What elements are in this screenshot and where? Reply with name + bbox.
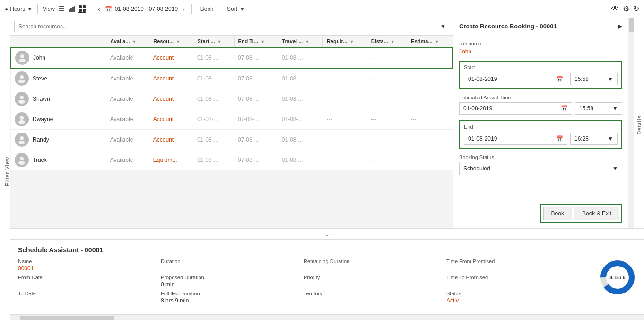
arrival-calendar-icon[interactable]: 📅	[561, 105, 568, 112]
panel-collapse-button[interactable]: ⌄	[10, 229, 644, 239]
distance-cell: ---	[367, 89, 407, 109]
upper-panel: ▼ Availa... ▼ Resou... ▼ Start ... ▼ End…	[10, 18, 644, 229]
refresh-icon[interactable]: ↻	[633, 4, 639, 13]
end-cell: 07-08-...	[234, 109, 278, 130]
proposed-duration-field: Proposed Duration 0 min	[161, 275, 304, 288]
svg-rect-2	[59, 10, 64, 11]
required-cell: ---	[322, 130, 367, 150]
status-value[interactable]: Activ	[446, 297, 589, 304]
end-cell: 07-08-...	[234, 89, 278, 109]
required-cell: ---	[322, 89, 367, 109]
resource-field-group: Resource John	[459, 41, 622, 55]
col-name[interactable]	[11, 36, 106, 47]
arrival-time-select[interactable]: 15:58 ▼	[575, 102, 622, 115]
start-field-group: Start 01-08-2019 📅 15:58 ▼	[459, 61, 622, 89]
start-calendar-icon[interactable]: 📅	[556, 76, 563, 82]
table-row[interactable]: Truck Available Equipm... 01-08-... 07-0…	[11, 150, 453, 170]
svg-point-20	[18, 141, 25, 144]
travel-cell: 01-08-...	[278, 89, 323, 109]
table-row[interactable]: Randy Available Account 01-08-... 07-08-…	[11, 130, 453, 150]
table-row[interactable]: Shawn Available Account 01-08-... 07-08-…	[11, 89, 453, 109]
end-date-input[interactable]: 01-08-2019 📅	[464, 133, 567, 145]
availability-cell: Available	[106, 150, 149, 170]
from-date-label: From Date	[18, 275, 161, 280]
start-field-label: Start	[464, 64, 618, 70]
gear-icon[interactable]: ⚙	[623, 4, 629, 13]
travel-cell: 01-08-...	[278, 47, 323, 68]
name-value[interactable]: 00001	[18, 265, 161, 272]
svg-point-15	[20, 96, 24, 99]
distance-cell: ---	[367, 130, 407, 150]
booking-status-label: Booking Status	[459, 154, 622, 160]
col-end[interactable]: End Ti... ▼	[234, 36, 278, 47]
start-time-select[interactable]: 15:58 ▼	[570, 73, 618, 85]
status-chevron-icon: ▼	[612, 165, 618, 172]
horizontal-scrollbar[interactable]	[10, 314, 644, 320]
estimated-cell: ---	[407, 47, 453, 68]
resource-value-link[interactable]: John	[459, 48, 471, 55]
start-date-input[interactable]: 01-08-2019 📅	[464, 73, 567, 85]
search-dropdown-button[interactable]: ▼	[437, 21, 449, 32]
col-travel[interactable]: Travel ... ▼	[278, 36, 323, 47]
view-chart-icon[interactable]	[68, 5, 76, 13]
time-from-promised-field: Time From Promised	[446, 258, 589, 272]
panel-scrollbar[interactable]	[628, 18, 634, 228]
col-required[interactable]: Requir... ▼	[322, 36, 367, 47]
start-date-time-row: 01-08-2019 📅 15:58 ▼	[464, 73, 618, 85]
table-row[interactable]: Steve Available Account 01-08-... 07-08-…	[11, 68, 453, 89]
table-row[interactable]: Dwayne Available Account 01-08-... 07-08…	[11, 109, 453, 130]
estimated-cell: ---	[407, 130, 453, 150]
book-button[interactable]: Book	[197, 4, 217, 14]
resource-name: John	[33, 54, 45, 61]
resource-name: Shawn	[33, 96, 50, 102]
avatar	[15, 133, 29, 147]
toolbar: ● Hours ▼ View ‹ 📅 01-08-2019 - 07-08-20…	[0, 0, 644, 18]
book-resource-button[interactable]: Book	[543, 207, 572, 220]
book-exit-button[interactable]: Book & Exit	[574, 207, 619, 220]
end-cell: 07-08-...	[234, 68, 278, 89]
arrival-date-input[interactable]: 01-08-2019 📅	[459, 102, 572, 115]
svg-point-22	[18, 161, 25, 165]
separator-3	[191, 4, 192, 14]
booking-panel-header: Create Resource Booking - 00001 ▶	[453, 18, 628, 35]
col-estimated[interactable]: Estima... ▼	[407, 36, 453, 47]
col-distance[interactable]: Dista... ▼	[367, 36, 407, 47]
availability-cell: Available	[106, 109, 149, 130]
svg-point-21	[20, 157, 24, 160]
avatar	[15, 112, 29, 126]
separator-2	[91, 4, 91, 14]
resource-type-cell: Account	[149, 68, 193, 89]
travel-cell: 01-08-...	[278, 109, 323, 130]
toolbar-right: 👁 ⚙ ↻	[611, 4, 639, 13]
next-date-button[interactable]: ›	[181, 4, 187, 14]
col-availability[interactable]: Availa... ▼	[106, 36, 149, 47]
search-input[interactable]	[14, 21, 437, 32]
priority-field: Priority	[304, 275, 446, 288]
content-area: ▼ Availa... ▼ Resou... ▼ Start ... ▼ End…	[10, 18, 644, 320]
prev-date-button[interactable]: ‹	[96, 4, 102, 14]
filter-view-sidebar[interactable]: Filter View	[0, 18, 10, 320]
resource-table: Availa... ▼ Resou... ▼ Start ... ▼ End T…	[10, 36, 453, 228]
booking-status-select[interactable]: Scheduled ▼	[459, 162, 622, 175]
end-date-time-row: 01-08-2019 📅 16:28 ▼	[464, 133, 618, 145]
booking-panel: Create Resource Booking - 00001 ▶ Resour…	[453, 18, 628, 228]
sort-selector[interactable]: Sort ▼	[227, 6, 245, 12]
col-resource[interactable]: Resou... ▼	[149, 36, 193, 47]
resource-name: Truck	[33, 157, 47, 163]
hours-selector[interactable]: ● Hours ▼	[5, 6, 33, 12]
distance-cell: ---	[367, 109, 407, 130]
booking-expand-icon[interactable]: ▶	[618, 23, 622, 30]
eye-icon[interactable]: 👁	[611, 5, 619, 13]
col-start[interactable]: Start ... ▼	[193, 36, 234, 47]
end-time-select[interactable]: 16:28 ▼	[570, 133, 618, 145]
table-row[interactable]: John Available Account 01-08-... 07-08-.…	[11, 47, 453, 68]
required-cell: ---	[322, 68, 367, 89]
view-label: View	[43, 6, 55, 12]
travel-cell: 01-08-...	[278, 68, 323, 89]
end-calendar-icon[interactable]: 📅	[556, 135, 563, 142]
start-cell: 01-08-...	[193, 89, 234, 109]
view-grid-icon[interactable]	[78, 5, 86, 13]
details-tab[interactable]: Details	[634, 18, 644, 228]
travel-cell: 01-08-...	[278, 150, 323, 170]
view-list-icon[interactable]	[58, 5, 65, 13]
